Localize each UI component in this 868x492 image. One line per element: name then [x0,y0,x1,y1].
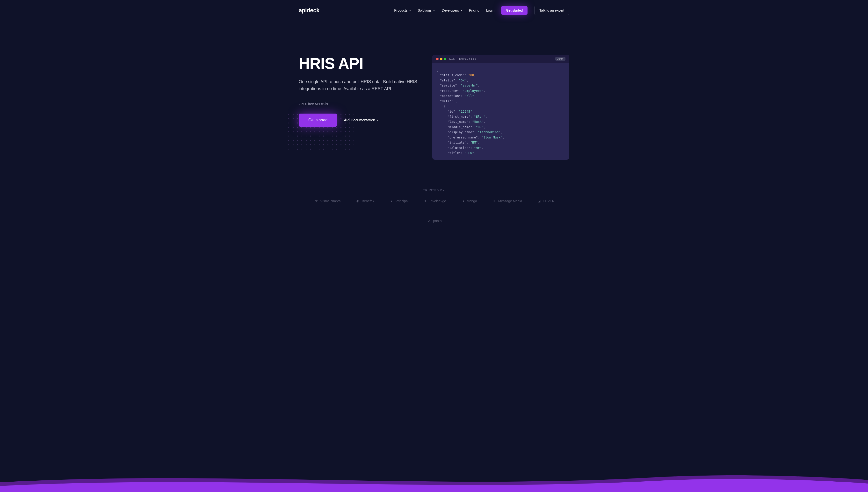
code-window-title: LIST EMPLOYEES [449,57,477,60]
code-line: "id": "12345", [436,109,566,114]
nav-item-products[interactable]: Products [394,8,411,12]
chevron-down-icon [409,10,411,11]
code-preview-window: LIST EMPLOYEES JSON { "status_code": 200… [432,55,569,160]
hero-note: 2,500 free API calls [299,102,418,106]
get-started-button[interactable]: Get started [299,114,337,127]
nav-item-label: Login [486,8,494,12]
code-window-header: LIST EMPLOYEES JSON [432,55,569,63]
hero-subtitle: One single API to push and pull HRIS dat… [299,78,418,92]
nav-item-developers[interactable]: Developers [442,8,462,12]
nav-item-solutions[interactable]: Solutions [418,8,435,12]
partner-logo-label: LEVER [543,199,554,203]
traffic-lights-icon [436,58,446,60]
partner-logo-label: Invoice2go [430,199,446,203]
nav-get-started-button[interactable]: Get started [501,6,527,15]
code-line: "initials": "EM", [436,140,566,145]
partner-logo-benefex: ◐Benefex [355,198,374,204]
partner-logo-icon: ✈ [423,198,428,204]
code-line: "status": "OK", [436,78,566,83]
talk-to-expert-button[interactable]: Talk to an expert [534,6,569,15]
partner-logo-label: trengo [467,199,477,203]
code-line: "data": [ [436,99,566,104]
wave-decoration [0,468,868,492]
partner-logo-label: Message Media [498,199,522,203]
code-line: "service": "sage-hr", [436,83,566,88]
partner-logo-label: Principal [396,199,408,203]
partner-logo-icon: ◢ [537,198,542,204]
nav-item-pricing[interactable]: Pricing [469,8,479,12]
code-line: { [436,68,566,73]
partner-logo-lever: ◢LEVER [537,198,554,204]
nav-item-label: Products [394,8,407,12]
partner-logo-invoice2go: ✈Invoice2go [423,198,446,204]
code-line: "operation": "all", [436,93,566,98]
code-body: { "status_code": 200, "status": "OK", "s… [432,63,569,160]
trusted-by-label: TRUSTED BY [299,189,569,192]
main-nav: ProductsSolutionsDevelopersPricingLoginG… [394,6,569,15]
partner-logo-label: Visma Nmbrs [320,199,341,203]
partner-logo-label: ponto [433,219,442,223]
partner-logo-label: Benefex [362,199,374,203]
partner-logos-row: N²Visma Nmbrs◐Benefex●Principal✈Invoice2… [299,198,569,223]
brand-logo[interactable]: apideck [299,7,319,14]
partner-logo-icon: ◐ [355,198,360,204]
partner-logo-icon: ⫴ [492,198,497,204]
partner-logo-principal: ●Principal [389,198,408,204]
nav-item-label: Developers [442,8,459,12]
code-line: "last_name": "Musk", [436,119,566,124]
partner-logo-icon: ⟳ [426,218,431,223]
hero-title: HRIS API [299,55,418,73]
chevron-down-icon [460,10,462,11]
code-line: "resource": "Employees", [436,88,566,93]
nav-item-login[interactable]: Login [486,8,494,12]
code-line: "title": "CEO", [436,150,566,155]
code-line: "middle_name": "D.", [436,124,566,129]
api-documentation-label: API Documentation [344,118,375,122]
code-line: "display_name": "Technoking", [436,129,566,134]
partner-logo-trengo: ◗trengo [461,198,477,204]
code-line: "status_code": 200, [436,73,566,78]
partner-logo-visma-nmbrs: N²Visma Nmbrs [314,198,341,204]
code-line: "preferred_name": "Elon Musk", [436,135,566,140]
code-line: "first_name": "Elon", [436,114,566,119]
code-line: { [436,104,566,109]
partner-logo-ponto: ⟳ponto [426,218,442,223]
nav-item-label: Solutions [418,8,432,12]
partner-logo-icon: ◗ [461,198,466,204]
partner-logo-icon: N² [314,198,319,204]
code-line: "salutation": "Mr", [436,145,566,150]
nav-item-label: Pricing [469,8,479,12]
chevron-down-icon [433,10,435,11]
api-documentation-link[interactable]: API Documentation › [344,118,378,122]
partner-logo-icon: ● [389,198,394,204]
partner-logo-message-media: ⫴Message Media [492,198,522,204]
json-badge: JSON [555,57,566,60]
chevron-right-icon: › [377,118,378,122]
